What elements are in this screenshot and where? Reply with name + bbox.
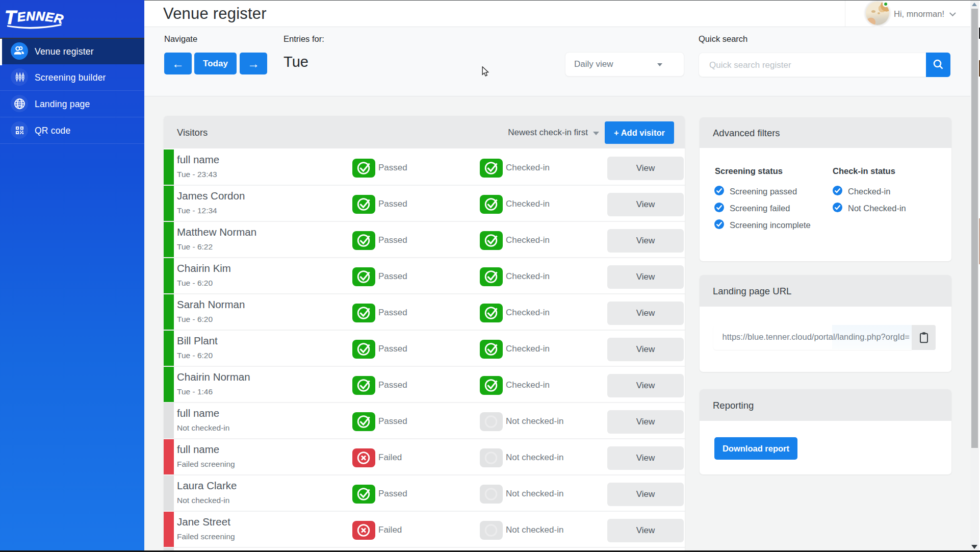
svg-text:ENNER: ENNER bbox=[16, 9, 65, 27]
svg-text:T: T bbox=[5, 7, 18, 28]
